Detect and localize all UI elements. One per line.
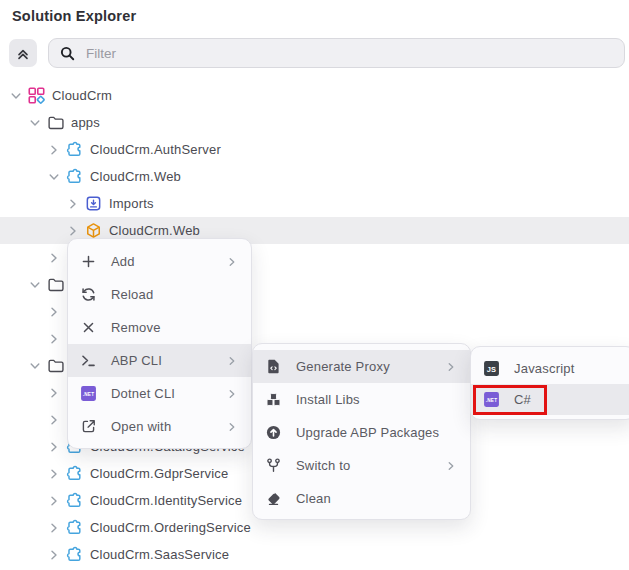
menu-item-c[interactable]: .NETC# <box>471 384 629 415</box>
tree-row-cloudcrm-authserver[interactable]: CloudCrm.AuthServer <box>0 136 629 163</box>
context-menu: AddReloadRemoveABP CLI.NETDotnet CLIOpen… <box>67 238 252 449</box>
module-icon <box>66 519 83 536</box>
menu-item-install-libs[interactable]: Install Libs <box>253 383 470 416</box>
plus-icon <box>80 253 97 270</box>
tree-row-cloudcrm[interactable]: CloudCrm <box>0 82 629 109</box>
dotnet-badge-icon: .NET <box>80 385 97 402</box>
tree-item-label: Imports <box>109 196 154 211</box>
tree-item-label: CloudCrm.AuthServer <box>90 142 221 157</box>
modules-icon <box>265 391 282 408</box>
menu-item-upgrade-abp-packages[interactable]: Upgrade ABP Packages <box>253 416 470 449</box>
menu-item-reload[interactable]: Reload <box>68 278 251 311</box>
menu-item-label: C# <box>514 392 531 407</box>
menu-item-label: Clean <box>296 491 331 506</box>
menu-item-add[interactable]: Add <box>68 245 251 278</box>
folder-icon <box>47 357 64 374</box>
module-icon <box>66 465 83 482</box>
menu-item-dotnet-cli[interactable]: .NETDotnet CLI <box>68 377 251 410</box>
tree-row-imports[interactable]: Imports <box>0 190 629 217</box>
tree-row-cloudcrm-web[interactable]: CloudCrm.Web <box>0 163 629 190</box>
abp-cli-submenu: Generate ProxyInstall LibsUpgrade ABP Pa… <box>252 343 471 520</box>
solution-icon <box>28 87 45 104</box>
tree-item-label: CloudCrm.OrderingService <box>90 520 251 535</box>
menu-item-label: Remove <box>111 320 161 335</box>
chevron-down-icon[interactable] <box>8 88 24 104</box>
folder-icon <box>47 276 64 293</box>
chevron-right-icon[interactable] <box>46 385 62 401</box>
submenu-arrow-icon <box>225 354 239 368</box>
menu-item-label: Generate Proxy <box>296 359 390 374</box>
module-icon <box>66 141 83 158</box>
menu-item-label: Install Libs <box>296 392 360 407</box>
tree-item-label: CloudCrm.GdprService <box>90 466 228 481</box>
imports-icon <box>85 195 102 212</box>
chevron-right-icon[interactable] <box>46 439 62 455</box>
menu-item-clean[interactable]: Clean <box>253 482 470 515</box>
chevron-right-icon[interactable] <box>46 250 62 266</box>
menu-item-label: Javascript <box>514 361 575 376</box>
tree-item-label: CloudCrm.IdentityService <box>90 493 242 508</box>
chevron-right-icon[interactable] <box>46 412 62 428</box>
chevron-down-icon[interactable] <box>27 358 43 374</box>
collapse-all-button[interactable] <box>9 39 37 67</box>
menu-item-label: Dotnet CLI <box>111 386 175 401</box>
menu-item-label: Reload <box>111 287 153 302</box>
chevron-right-icon[interactable] <box>46 142 62 158</box>
submenu-arrow-icon <box>225 387 239 401</box>
solution-explorer-panel: Solution Explorer CloudCrmappsCloudCrm.A… <box>0 0 629 570</box>
module-icon <box>66 546 83 563</box>
menu-item-generate-proxy[interactable]: Generate Proxy <box>253 350 470 383</box>
filter-input[interactable] <box>84 45 614 62</box>
eraser-icon <box>265 490 282 507</box>
search-icon <box>59 45 76 62</box>
chevron-down-icon[interactable] <box>27 115 43 131</box>
tree-item-label: CloudCrm.SaasService <box>90 547 229 562</box>
chevron-right-icon[interactable] <box>65 223 81 239</box>
chevron-down-icon[interactable] <box>46 169 62 185</box>
svg-text:JS: JS <box>487 365 497 374</box>
collapse-all-icon <box>15 45 31 61</box>
chevron-right-icon[interactable] <box>65 196 81 212</box>
menu-item-label: ABP CLI <box>111 353 162 368</box>
remove-icon <box>80 319 97 336</box>
open-external-icon <box>80 418 97 435</box>
filter-input-container <box>48 38 625 68</box>
chevron-right-icon[interactable] <box>46 466 62 482</box>
menu-item-open-with[interactable]: Open with <box>68 410 251 443</box>
upgrade-icon <box>265 424 282 441</box>
submenu-arrow-icon <box>225 255 239 269</box>
menu-item-remove[interactable]: Remove <box>68 311 251 344</box>
chevron-right-icon[interactable] <box>46 331 62 347</box>
reload-icon <box>80 286 97 303</box>
menu-item-javascript[interactable]: JSJavascript <box>471 353 629 384</box>
package-icon <box>85 222 102 239</box>
submenu-arrow-icon <box>444 360 458 374</box>
menu-item-abp-cli[interactable]: ABP CLI <box>68 344 251 377</box>
folder-icon <box>47 114 64 131</box>
chevron-right-icon[interactable] <box>46 304 62 320</box>
tree-row-cloudcrm-saasservice[interactable]: CloudCrm.SaasService <box>0 541 629 568</box>
generate-proxy-submenu: JSJavascript.NETC# <box>470 346 629 420</box>
menu-item-switch-to[interactable]: Switch to <box>253 449 470 482</box>
branch-icon <box>265 457 282 474</box>
page-title: Solution Explorer <box>12 8 136 24</box>
submenu-arrow-icon <box>444 459 458 473</box>
svg-text:.NET: .NET <box>486 398 497 403</box>
tree-item-label: CloudCrm <box>52 88 112 103</box>
module-icon <box>66 168 83 185</box>
module-icon <box>66 492 83 509</box>
javascript-badge-icon: JS <box>483 360 500 377</box>
chevron-down-icon[interactable] <box>27 277 43 293</box>
tree-item-label: apps <box>71 115 100 130</box>
menu-item-label: Open with <box>111 419 171 434</box>
menu-item-label: Upgrade ABP Packages <box>296 425 439 440</box>
tree-row-apps[interactable]: apps <box>0 109 629 136</box>
chevron-right-icon[interactable] <box>46 493 62 509</box>
chevron-right-icon[interactable] <box>46 520 62 536</box>
dotnet-badge-icon: .NET <box>483 391 500 408</box>
terminal-icon <box>80 352 97 369</box>
file-code-icon <box>265 358 282 375</box>
chevron-right-icon[interactable] <box>46 547 62 563</box>
menu-item-label: Add <box>111 254 135 269</box>
tree-item-label: CloudCrm.Web <box>90 169 181 184</box>
